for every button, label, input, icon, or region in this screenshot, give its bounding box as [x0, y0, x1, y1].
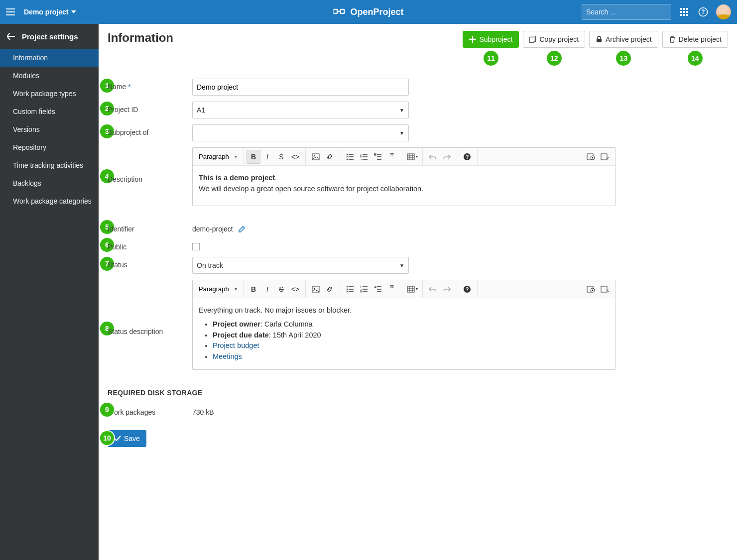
label-identifier: Identifier — [108, 221, 192, 233]
redo-icon[interactable] — [440, 150, 454, 164]
page-actions: Subproject 11 Copy project 12 Archive pr… — [463, 31, 728, 66]
apps-icon[interactable] — [678, 6, 690, 18]
name-input[interactable] — [192, 79, 409, 96]
svg-point-38 — [314, 287, 315, 289]
due-value: : 15th April 2020 — [269, 331, 321, 339]
preview-icon[interactable] — [584, 150, 598, 164]
svg-rect-4 — [340, 9, 344, 13]
code-icon[interactable]: <> — [288, 150, 302, 164]
delete-label: Delete project — [679, 35, 722, 43]
copy-project-button[interactable]: Copy project — [523, 31, 585, 48]
search-input[interactable] — [586, 8, 673, 16]
quote-icon[interactable]: ” — [385, 282, 399, 296]
bullet-list-icon[interactable] — [343, 150, 357, 164]
link-meetings[interactable]: Meetings — [213, 352, 242, 360]
avatar[interactable] — [716, 4, 731, 19]
status-value: On track — [197, 261, 223, 269]
sidebar-item-custom-fields[interactable]: Custom fields — [0, 103, 99, 120]
label-public: Public — [108, 239, 192, 251]
sidebar-item-modules[interactable]: Modules — [0, 67, 99, 85]
back-icon[interactable] — [7, 33, 15, 40]
strike-icon[interactable]: S — [274, 282, 288, 296]
svg-rect-0 — [6, 8, 15, 9]
svg-point-21 — [314, 155, 315, 156]
bold-icon[interactable]: B — [246, 150, 260, 164]
desc-rest: . — [275, 174, 277, 182]
svg-point-39 — [347, 286, 348, 287]
svg-rect-7 — [683, 8, 685, 10]
delete-project-button[interactable]: Delete project — [662, 31, 728, 48]
source-icon[interactable]: <> — [598, 150, 612, 164]
editor-toolbar-2: Paragraph B I S <> — [193, 280, 615, 298]
svg-rect-46 — [407, 286, 414, 292]
desc-bold: This is a demo project — [199, 174, 275, 182]
project-id-select[interactable]: A1▼ — [192, 102, 409, 118]
heading-select[interactable]: Paragraph — [196, 151, 240, 162]
table-icon[interactable]: ▾ — [405, 150, 419, 164]
image-icon[interactable] — [309, 282, 323, 296]
preview-icon[interactable] — [584, 282, 598, 296]
label-name: Name — [108, 79, 192, 91]
status-select[interactable]: On track▼ — [192, 257, 409, 274]
svg-text:3: 3 — [360, 291, 362, 293]
sidebar-item-versions[interactable]: Versions — [0, 120, 99, 138]
hamburger-icon[interactable] — [6, 8, 18, 15]
help-icon[interactable]: ? — [697, 6, 709, 18]
undo-icon[interactable] — [426, 150, 440, 164]
code-icon[interactable]: <> — [288, 282, 302, 296]
sidebar-item-backlogs[interactable]: Backlogs — [0, 174, 99, 192]
table-icon[interactable]: ▾ — [405, 282, 419, 296]
image-icon[interactable] — [309, 150, 323, 164]
chevron-down-icon — [71, 10, 76, 13]
sidebar-item-work-package-types[interactable]: Work package types — [0, 85, 99, 103]
due-label: Project due date — [213, 331, 269, 339]
subproject-of-select[interactable]: ▼ — [192, 124, 409, 141]
svg-point-41 — [347, 291, 348, 292]
storage-heading: REQUIRED DISK STORAGE — [108, 389, 728, 400]
svg-text:3: 3 — [360, 158, 362, 160]
sidebar-item-time-tracking[interactable]: Time tracking activities — [0, 156, 99, 174]
sidebar-item-repository[interactable]: Repository — [0, 138, 99, 156]
heading-select-2[interactable]: Paragraph — [196, 283, 240, 295]
editor-help-icon[interactable]: ? — [460, 282, 474, 296]
link-icon[interactable] — [323, 150, 337, 164]
italic-icon[interactable]: I — [260, 150, 274, 164]
sidebar-item-categories[interactable]: Work package categories — [0, 192, 99, 210]
link-budget[interactable]: Project budget — [213, 341, 259, 349]
description-content[interactable]: This is a demo project. We will develop … — [193, 166, 615, 206]
annotation-11: 11 — [484, 51, 498, 66]
quote-icon[interactable]: ” — [385, 150, 399, 164]
plus-icon — [469, 36, 476, 43]
svg-text:?: ? — [466, 154, 469, 160]
sidebar-item-information[interactable]: Information — [0, 49, 99, 67]
number-list-icon[interactable]: 123 — [357, 282, 371, 296]
save-label: Save — [124, 435, 140, 443]
svg-rect-18 — [530, 37, 534, 43]
archive-project-button[interactable]: Archive project — [589, 31, 658, 48]
svg-rect-8 — [686, 8, 688, 10]
status-content[interactable]: Everything on track. No major issues or … — [193, 298, 615, 369]
edit-identifier-icon[interactable] — [238, 225, 246, 233]
caret-icon: ▼ — [399, 108, 404, 113]
strike-icon[interactable]: S — [274, 150, 288, 164]
editor-help-icon[interactable]: ? — [460, 150, 474, 164]
bold-icon[interactable]: B — [246, 282, 260, 296]
task-list-icon[interactable] — [371, 282, 385, 296]
label-subproject-of: Subproject of — [108, 124, 192, 136]
brand-rest: Project — [373, 7, 403, 17]
bullet-list-icon[interactable] — [343, 282, 357, 296]
source-icon[interactable]: <> — [598, 282, 612, 296]
public-checkbox[interactable] — [192, 243, 200, 250]
undo-icon[interactable] — [426, 282, 440, 296]
number-list-icon[interactable]: 123 — [357, 150, 371, 164]
subproject-button[interactable]: Subproject — [463, 31, 519, 48]
global-search[interactable] — [582, 4, 671, 20]
italic-icon[interactable]: I — [260, 282, 274, 296]
storage-value: 730 kB — [192, 408, 214, 416]
svg-point-22 — [347, 153, 348, 155]
link-icon[interactable] — [323, 282, 337, 296]
project-picker[interactable]: Demo project — [24, 8, 76, 16]
task-list-icon[interactable] — [371, 150, 385, 164]
status-intro: Everything on track. No major issues or … — [199, 305, 609, 316]
redo-icon[interactable] — [440, 282, 454, 296]
